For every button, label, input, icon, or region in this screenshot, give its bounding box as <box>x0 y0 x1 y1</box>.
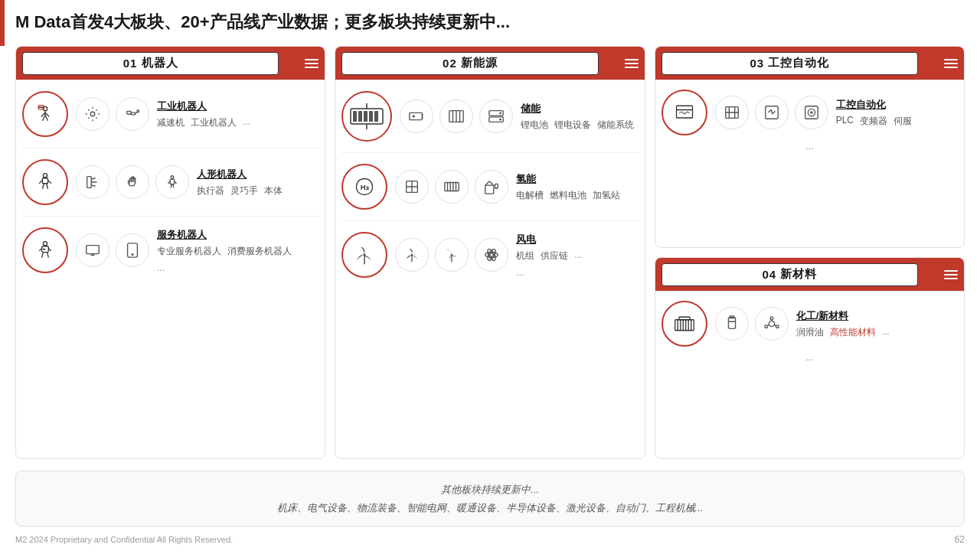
page-number: 62 <box>955 534 965 545</box>
chemical-side-icons <box>715 307 789 341</box>
sub-electrolysis[interactable]: 电解槽 <box>516 189 544 202</box>
panel-energy-header: 02 新能源 <box>335 47 644 80</box>
hand-icon-wrap <box>116 165 149 199</box>
industrial-robot-icon-wrap <box>22 91 68 137</box>
page-title: M Data首发4大板块、20+产品线产业数据；更多板块持续更新中... <box>15 11 510 34</box>
sub-consumer-service[interactable]: 消费服务机器人 <box>227 245 292 258</box>
svg-point-86 <box>490 253 494 257</box>
gear-icon-wrap <box>76 97 109 131</box>
svg-rect-37 <box>43 248 45 250</box>
sub-more-3[interactable]: ... <box>882 326 890 339</box>
svg-line-124 <box>767 324 769 325</box>
sub-industrial-robot[interactable]: 工业机器人 <box>191 116 237 129</box>
svg-point-25 <box>171 176 174 179</box>
sub-dexterous[interactable]: 灵巧手 <box>230 184 258 197</box>
category-service-robot: 服务机器人 专业服务机器人 消费服务机器人 ... <box>22 224 318 276</box>
sub-lithium[interactable]: 锂电池 <box>521 119 548 132</box>
panel-robot-search[interactable] <box>283 53 305 74</box>
panel-materials-body: 化工/新材料 润滑油 高性能材料 ... ... <box>655 292 964 458</box>
panel-energy-menu[interactable] <box>625 59 639 68</box>
svg-rect-50 <box>374 111 378 122</box>
category-chemical: 化工/新材料 润滑油 高性能材料 ... <box>662 298 958 350</box>
sub-turbine[interactable]: 机组 <box>516 249 534 262</box>
panel-materials: 04 新材料 <box>655 257 965 459</box>
panel-energy-num: 02 <box>443 57 457 70</box>
servo-icon-wrap <box>795 96 828 129</box>
service-robot-label[interactable]: 服务机器人 <box>157 228 292 242</box>
chemical-label[interactable]: 化工/新材料 <box>796 309 890 323</box>
divider-3 <box>341 152 638 153</box>
sub-plc[interactable]: PLC <box>836 115 854 128</box>
sub-high-perf[interactable]: 高性能材料 <box>830 326 876 339</box>
automation-subs: PLC 变频器 伺服 <box>836 115 912 128</box>
lubricant-icon-wrap <box>715 307 749 341</box>
panel-materials-menu[interactable] <box>944 270 958 279</box>
hydrogen-subs: 电解槽 燃料电池 加氢站 <box>516 189 620 202</box>
storage-label[interactable]: 储能 <box>521 102 634 116</box>
sub-reducer[interactable]: 减速机 <box>157 116 185 129</box>
svg-rect-46 <box>353 111 357 122</box>
sub-pro-service[interactable]: 专业服务机器人 <box>157 245 221 258</box>
robot-arm-icon-wrap <box>116 97 149 131</box>
svg-point-0 <box>290 59 297 66</box>
humanoid-robot-info: 人形机器人 执行器 灵巧手 本体 <box>197 168 283 197</box>
category-industrial-robot: 工业机器人 减速机 工业机器人 ... <box>22 88 318 140</box>
panel-automation-menu[interactable] <box>944 59 958 68</box>
panel-automation-num: 03 <box>750 57 764 70</box>
wind-info: 风电 机组 供应链 ... ... <box>516 233 582 278</box>
svg-rect-11 <box>127 111 132 114</box>
svg-point-10 <box>90 112 95 116</box>
sub-h2-station[interactable]: 加氢站 <box>593 189 620 202</box>
divider-1 <box>22 148 318 148</box>
sub-more-1[interactable]: ... <box>243 116 250 129</box>
service-dots: ... <box>157 261 292 273</box>
category-automation: 工控自动化 PLC 变频器 伺服 <box>662 86 958 139</box>
electrolyzer-icon-wrap <box>395 170 429 204</box>
wind-icon-wrap <box>341 232 387 278</box>
materials-dots: ... <box>662 350 958 364</box>
humanoid-robot-label[interactable]: 人形机器人 <box>197 168 283 181</box>
hydrogen-label[interactable]: 氢能 <box>516 172 620 186</box>
svg-point-15 <box>43 174 47 178</box>
svg-line-19 <box>43 184 44 189</box>
svg-line-123 <box>774 324 776 325</box>
panel-materials-search[interactable] <box>923 264 944 285</box>
panel-automation-search[interactable] <box>923 53 944 74</box>
panel-energy-search[interactable] <box>603 53 625 74</box>
humanoid-robot-icon-wrap <box>22 159 68 205</box>
automation-label[interactable]: 工控自动化 <box>836 98 912 112</box>
footer: M2 2024 Proprietary and Confidential All… <box>15 534 965 545</box>
svg-line-44 <box>616 65 619 68</box>
sub-servo[interactable]: 伺服 <box>893 115 912 128</box>
svg-point-119 <box>770 317 773 320</box>
svg-point-83 <box>411 254 413 256</box>
note-line-2: 机床、电气设备、物流装备、智能电网、暖通设备、半导体设备、激光设备、自动门、工程… <box>31 499 949 517</box>
category-hydrogen: H₂ <box>341 161 638 213</box>
sub-fuel-cell[interactable]: 燃料电池 <box>550 189 586 202</box>
sub-more-2[interactable]: ... <box>574 249 582 262</box>
sub-vfd[interactable]: 变频器 <box>860 115 887 128</box>
service-robot-info: 服务机器人 专业服务机器人 消费服务机器人 ... <box>157 228 292 273</box>
industrial-robot-label[interactable]: 工业机器人 <box>157 99 250 113</box>
panel-robot: 01 机器人 <box>15 46 325 459</box>
battery-equipment-icon-wrap <box>439 99 473 133</box>
panel-automation-header: 03 工控自动化 <box>655 47 964 80</box>
sub-lubricant[interactable]: 润滑油 <box>796 326 824 339</box>
svg-line-91 <box>936 65 939 68</box>
panel-robot-menu[interactable] <box>305 59 318 68</box>
service-robot-icon-wrap <box>22 227 68 273</box>
footer-copyright: M2 2024 Proprietary and Confidential All… <box>15 535 233 544</box>
sub-lithium-eq[interactable]: 锂电设备 <box>554 119 591 132</box>
service-side-icons <box>76 233 149 267</box>
sub-storage-sys[interactable]: 储能系统 <box>597 119 634 132</box>
hydrogen-station-icon-wrap <box>475 170 508 204</box>
sub-body[interactable]: 本体 <box>264 184 283 197</box>
wind-label[interactable]: 风电 <box>516 233 582 246</box>
sub-supply-chain[interactable]: 供应链 <box>541 249 568 262</box>
sub-actuator[interactable]: 执行器 <box>197 184 224 197</box>
panel-energy-name: 新能源 <box>457 56 498 70</box>
panel-automation: 03 工控自动化 <box>655 46 965 248</box>
svg-point-81 <box>364 253 367 256</box>
panel-materials-title-box: 04 新材料 <box>662 263 918 286</box>
panel-robot-title: 01 <box>123 57 138 70</box>
